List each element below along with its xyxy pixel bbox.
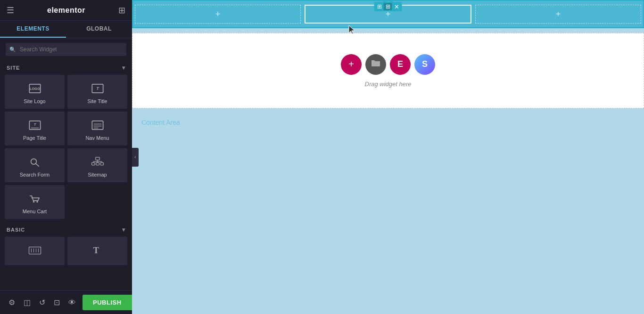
folder-button[interactable] xyxy=(365,54,386,75)
widget-grid: LOGO Site Logo T Site Title T xyxy=(0,75,132,223)
menu-cart-label: Menu Cart xyxy=(23,209,47,214)
column-widget-handle[interactable]: ⊞ xyxy=(377,3,382,10)
svg-rect-20 xyxy=(96,163,99,165)
basic-widget-grid: T xyxy=(0,237,132,269)
layers-icon[interactable]: ◫ xyxy=(22,296,33,309)
drag-action-buttons: + E S xyxy=(341,54,435,75)
svg-text:T: T xyxy=(96,86,99,91)
sidebar-bottom-toolbar: ⚙ ◫ ↺ ⊡ 👁 PUBLISH ▲ xyxy=(0,290,132,314)
svg-text:T: T xyxy=(93,246,99,255)
search-form-label: Search Form xyxy=(20,172,50,177)
sitemap-icon xyxy=(89,155,106,169)
settings-icon[interactable]: ⚙ xyxy=(7,296,17,309)
content-area-label: Content Area xyxy=(132,113,644,132)
widget-site-title[interactable]: T Site Title xyxy=(67,75,127,109)
site-logo-label: Site Logo xyxy=(24,98,45,104)
svg-text:LOGO: LOGO xyxy=(29,87,40,91)
widget-heading[interactable]: T xyxy=(67,237,127,265)
canvas-main-section: + E S Drag widget here xyxy=(132,33,644,108)
canvas-col-3[interactable]: + xyxy=(475,5,641,24)
tab-elements[interactable]: ELEMENTS xyxy=(0,21,66,38)
add-widget-button[interactable]: + xyxy=(341,54,362,75)
column-close-icon[interactable]: ✕ xyxy=(394,3,399,10)
basic-section-chevron: ▾ xyxy=(122,226,125,233)
col-3-add-icon[interactable]: + xyxy=(556,9,561,19)
nav-menu-label: Nav Menu xyxy=(85,135,109,141)
s-label: S xyxy=(422,59,428,69)
svg-rect-13 xyxy=(95,157,99,160)
canvas-area: ⠿ ⊞ ⊞ ✕ + + + xyxy=(132,0,644,314)
elementor-template-button[interactable]: E xyxy=(390,54,411,75)
sitemap-label: Sitemap xyxy=(88,172,107,177)
site-section-header[interactable]: SITE ▾ xyxy=(0,61,132,75)
history-icon[interactable]: ↺ xyxy=(37,296,47,309)
app-title: elementor xyxy=(47,6,85,15)
widget-search-form[interactable]: Search Form xyxy=(5,148,65,182)
preview-icon[interactable]: 👁 xyxy=(66,297,78,309)
svg-rect-19 xyxy=(91,163,95,165)
plus-icon: + xyxy=(348,59,354,70)
col-1-add-icon[interactable]: + xyxy=(215,9,221,19)
svg-text:T: T xyxy=(33,122,36,127)
folder-icon xyxy=(371,58,381,71)
widget-search-area xyxy=(0,38,132,61)
widget-nav-menu[interactable]: Nav Menu xyxy=(67,112,127,145)
sidebar: ☰ elementor ⊞ ELEMENTS GLOBAL SITE ▾ LOG… xyxy=(0,0,132,314)
widget-site-logo[interactable]: LOGO Site Logo xyxy=(5,75,65,109)
site-section-label: SITE xyxy=(7,65,20,71)
page-title-label: Page Title xyxy=(23,135,46,141)
nav-menu-icon xyxy=(89,118,106,132)
widget-page-title[interactable]: T Page Title xyxy=(5,112,65,145)
sidebar-header: ☰ elementor ⊞ xyxy=(0,0,132,21)
search-input[interactable] xyxy=(6,43,126,56)
heading-icon: T xyxy=(89,243,106,258)
site-logo-icon: LOGO xyxy=(26,81,43,96)
canvas-top-bar: ⠿ ⊞ ⊞ ✕ + + + xyxy=(132,0,644,28)
svg-point-22 xyxy=(33,201,34,202)
basic-section-header[interactable]: BASIC ▾ xyxy=(0,223,132,237)
page-title-icon: T xyxy=(26,118,43,132)
search-form-icon xyxy=(26,155,43,169)
responsive-icon[interactable]: ⊡ xyxy=(52,296,62,309)
svg-rect-24 xyxy=(29,247,41,254)
drag-widget-area: + E S Drag widget here xyxy=(331,40,445,102)
drag-text: Drag widget here xyxy=(365,81,412,88)
tab-global[interactable]: GLOBAL xyxy=(66,21,132,38)
canvas-col-1[interactable]: + xyxy=(135,5,301,24)
site-section-chevron: ▾ xyxy=(122,64,125,71)
svg-point-23 xyxy=(36,201,38,202)
inner-section-icon xyxy=(26,243,43,258)
menu-cart-icon xyxy=(26,192,43,206)
grid-icon[interactable]: ⊞ xyxy=(118,5,125,16)
site-title-label: Site Title xyxy=(87,98,107,104)
sidebar-tabs: ELEMENTS GLOBAL xyxy=(0,21,132,38)
publish-button[interactable]: PUBLISH xyxy=(83,295,132,310)
hamburger-icon[interactable]: ☰ xyxy=(7,5,14,16)
site-title-icon: T xyxy=(89,81,106,96)
basic-section-label: BASIC xyxy=(7,227,25,233)
svg-rect-21 xyxy=(100,163,103,165)
widget-sitemap[interactable]: Sitemap xyxy=(67,148,127,182)
s-button[interactable]: S xyxy=(414,54,435,75)
widget-menu-cart[interactable]: Menu Cart xyxy=(5,185,65,219)
svg-line-12 xyxy=(35,163,39,166)
column-widget-icon: ⊞ xyxy=(384,3,392,10)
sidebar-toggle[interactable]: ‹ xyxy=(132,148,139,167)
widget-inner-section[interactable] xyxy=(5,237,65,265)
e-label: E xyxy=(397,59,403,69)
